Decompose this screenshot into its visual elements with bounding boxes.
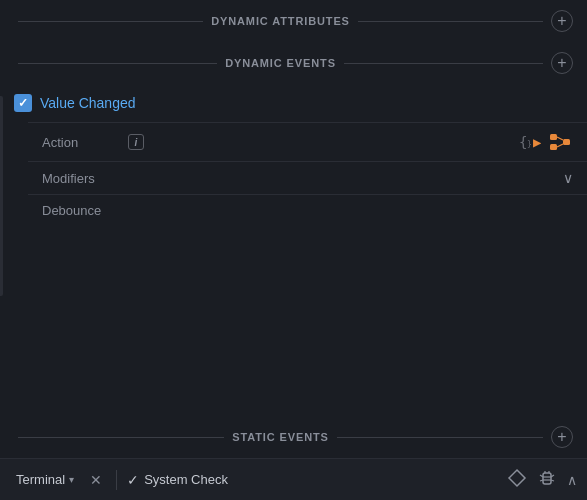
- diamond-button[interactable]: [507, 468, 527, 492]
- svg-text:}: }: [527, 140, 532, 149]
- action-icons: { ▶ }: [517, 131, 573, 153]
- action-value-area: [144, 130, 517, 154]
- svg-rect-9: [543, 473, 551, 484]
- debug-button[interactable]: [537, 468, 557, 492]
- terminal-button[interactable]: Terminal ▾: [10, 468, 80, 491]
- add-dynamic-attribute-button[interactable]: +: [551, 10, 573, 32]
- svg-line-6: [557, 137, 563, 140]
- svg-rect-4: [550, 144, 557, 150]
- header-line-right2: [344, 63, 543, 64]
- value-changed-label: Value Changed: [40, 95, 135, 111]
- collapse-panel-button[interactable]: ∧: [567, 472, 577, 488]
- check-icon: ✓: [127, 472, 139, 488]
- events-content: ✓ Value Changed Action i { ▶: [0, 84, 587, 234]
- terminal-dropdown-icon: ▾: [69, 474, 74, 485]
- dynamic-events-title: DYNAMIC EVENTS: [225, 57, 336, 69]
- bottom-bar: Terminal ▾ ✕ ✓ System Check: [0, 458, 587, 500]
- bottom-right-icons: ∧: [507, 468, 577, 492]
- bug-icon: [537, 468, 557, 488]
- curly-braces-icon: { ▶ }: [519, 134, 541, 150]
- value-changed-checkbox[interactable]: ✓: [14, 94, 32, 112]
- add-dynamic-event-button[interactable]: +: [551, 52, 573, 74]
- debounce-row: Debounce: [28, 194, 587, 226]
- left-accent-bar: [0, 96, 3, 296]
- static-events-section-header: STATIC EVENTS +: [0, 416, 587, 458]
- header-line-left3: [18, 437, 224, 438]
- header-line-left2: [18, 63, 217, 64]
- nodes-button[interactable]: [547, 131, 573, 153]
- header-line-right: [358, 21, 543, 22]
- modifiers-chevron-icon: ∨: [563, 170, 573, 186]
- panel: DYNAMIC ATTRIBUTES + DYNAMIC EVENTS + ✓ …: [0, 0, 587, 500]
- svg-rect-5: [563, 139, 570, 145]
- divider: [116, 470, 117, 490]
- close-icon: ✕: [90, 472, 102, 488]
- system-check-label: System Check: [144, 472, 228, 487]
- dynamic-events-section-header: DYNAMIC EVENTS +: [0, 42, 587, 84]
- nodes-icon: [549, 133, 571, 151]
- property-section: Action i { ▶ }: [0, 118, 587, 226]
- svg-rect-3: [550, 134, 557, 140]
- action-input[interactable]: [144, 130, 517, 154]
- value-changed-event-item[interactable]: ✓ Value Changed: [0, 88, 587, 118]
- action-row: Action i { ▶ }: [28, 122, 587, 161]
- system-check-button[interactable]: ✓ System Check: [127, 472, 228, 488]
- terminal-label: Terminal: [16, 472, 65, 487]
- static-events-title: STATIC EVENTS: [232, 431, 329, 443]
- action-info-badge[interactable]: i: [128, 134, 144, 150]
- add-static-event-button[interactable]: +: [551, 426, 573, 448]
- header-line-left: [18, 21, 203, 22]
- chevron-up-icon: ∧: [567, 472, 577, 488]
- svg-marker-8: [509, 470, 525, 486]
- svg-text:▶: ▶: [533, 134, 541, 150]
- diamond-icon: [507, 468, 527, 488]
- dynamic-attributes-section: DYNAMIC ATTRIBUTES +: [0, 0, 587, 42]
- modifiers-label: Modifiers: [42, 171, 563, 186]
- modifiers-row[interactable]: Modifiers ∨: [28, 161, 587, 194]
- dynamic-attributes-title: DYNAMIC ATTRIBUTES: [211, 15, 350, 27]
- spacer: [0, 234, 587, 416]
- checkbox-check-icon: ✓: [18, 96, 28, 110]
- code-binding-button[interactable]: { ▶ }: [517, 132, 543, 152]
- debounce-label: Debounce: [42, 203, 101, 218]
- svg-line-7: [557, 144, 563, 147]
- header-line-right3: [337, 437, 543, 438]
- action-label: Action: [42, 135, 122, 150]
- terminal-close-button[interactable]: ✕: [86, 470, 106, 490]
